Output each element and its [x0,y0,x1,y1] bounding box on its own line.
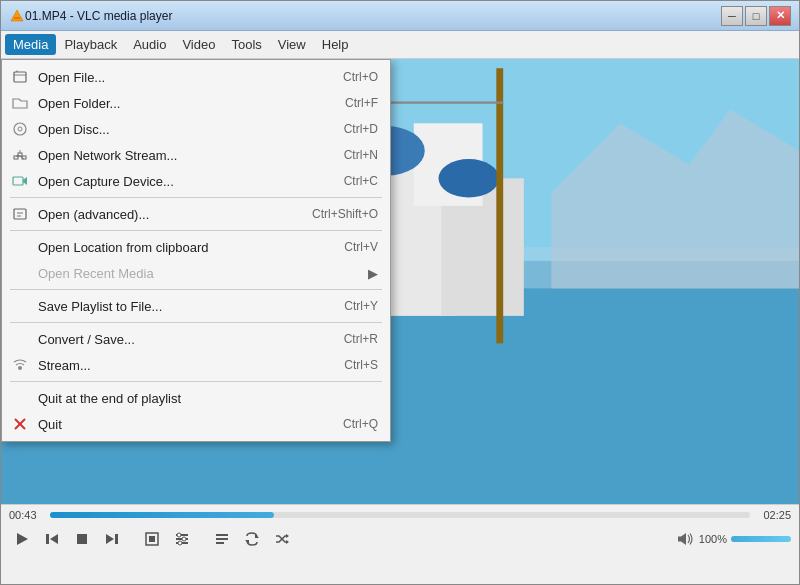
play-button[interactable] [9,527,35,551]
open-recent-icon [10,265,30,281]
svg-point-30 [18,366,22,370]
window-title: 01.MP4 - VLC media player [25,9,721,23]
quit-icon [10,416,30,432]
open-recent-arrow: ▶ [368,266,378,281]
random-button[interactable] [269,527,295,551]
save-playlist-icon [10,298,30,314]
save-playlist-shortcut: Ctrl+Y [344,299,378,313]
buttons-row: 100% [9,527,791,551]
open-disc-shortcut: Ctrl+D [344,122,378,136]
video-area: Open File... Ctrl+O Open Folder... Ctrl+… [1,59,799,504]
menu-audio[interactable]: Audio [125,34,174,55]
stream-label: Stream... [38,358,344,373]
menu-help[interactable]: Help [314,34,357,55]
svg-marker-52 [286,534,289,538]
menu-video[interactable]: Video [174,34,223,55]
open-folder-shortcut: Ctrl+F [345,96,378,110]
open-file-shortcut: Ctrl+O [343,70,378,84]
svg-rect-1 [14,17,20,19]
close-button[interactable]: ✕ [769,6,791,26]
volume-bar[interactable] [731,536,791,542]
separator-2 [10,230,382,231]
separator-1 [10,197,382,198]
menu-tools[interactable]: Tools [223,34,269,55]
loop-button[interactable] [239,527,265,551]
separator-3 [10,289,382,290]
svg-rect-48 [216,538,228,540]
menu-media[interactable]: Media [5,34,56,55]
progress-row: 00:43 02:25 [9,509,791,521]
separator-4 [10,322,382,323]
open-capture-icon [10,173,30,189]
svg-rect-35 [46,534,49,544]
progress-fill [50,512,274,518]
svg-point-45 [182,537,186,541]
menu-save-playlist[interactable]: Save Playlist to File... Ctrl+Y [2,293,390,319]
quit-end-icon [10,390,30,406]
svg-rect-22 [14,156,18,159]
main-area: Open File... Ctrl+O Open Folder... Ctrl+… [1,59,799,504]
open-capture-shortcut: Ctrl+C [344,174,378,188]
playlist-button[interactable] [209,527,235,551]
dropdown-menu: Open File... Ctrl+O Open Folder... Ctrl+… [1,59,391,442]
extended-settings-button[interactable] [169,527,195,551]
vlc-icon [9,8,25,24]
open-network-label: Open Network Stream... [38,148,344,163]
menu-open-location[interactable]: Open Location from clipboard Ctrl+V [2,234,390,260]
quit-shortcut: Ctrl+Q [343,417,378,431]
quit-label: Quit [38,417,343,432]
open-advanced-label: Open (advanced)... [38,207,312,222]
stream-icon [10,357,30,373]
open-disc-icon [10,121,30,137]
open-folder-icon [10,95,30,111]
svg-rect-19 [14,72,26,82]
menu-convert-save[interactable]: Convert / Save... Ctrl+R [2,326,390,352]
menu-quit[interactable]: Quit Ctrl+Q [2,411,390,437]
stop-button[interactable] [69,527,95,551]
menu-open-folder[interactable]: Open Folder... Ctrl+F [2,90,390,116]
main-window: 01.MP4 - VLC media player ─ □ ✕ Media Pl… [0,0,800,585]
fullscreen-button[interactable] [139,527,165,551]
menu-stream[interactable]: Stream... Ctrl+S [2,352,390,378]
open-recent-label: Open Recent Media [38,266,368,281]
next-button[interactable] [99,527,125,551]
volume-icon [677,532,695,546]
progress-bar[interactable] [50,512,750,518]
svg-point-10 [439,159,500,198]
menu-open-advanced[interactable]: Open (advanced)... Ctrl+Shift+O [2,201,390,227]
menubar: Media Playback Audio Video Tools View He… [1,31,799,59]
svg-rect-38 [115,534,118,544]
svg-rect-49 [216,542,224,544]
open-network-shortcut: Ctrl+N [344,148,378,162]
quit-end-label: Quit at the end of playlist [38,391,378,406]
open-location-shortcut: Ctrl+V [344,240,378,254]
open-location-label: Open Location from clipboard [38,240,344,255]
menu-view[interactable]: View [270,34,314,55]
menu-open-file[interactable]: Open File... Ctrl+O [2,64,390,90]
svg-rect-40 [149,536,155,542]
svg-rect-23 [18,153,22,156]
svg-rect-36 [77,534,87,544]
svg-rect-29 [14,209,26,219]
open-disc-label: Open Disc... [38,122,344,137]
menu-playback[interactable]: Playback [56,34,125,55]
menu-open-network[interactable]: Open Network Stream... Ctrl+N [2,142,390,168]
open-folder-label: Open Folder... [38,96,345,111]
time-total: 02:25 [756,509,791,521]
controls-area: 00:43 02:25 [1,504,799,584]
open-network-icon [10,147,30,163]
menu-quit-end[interactable]: Quit at the end of playlist [2,385,390,411]
prev-button[interactable] [39,527,65,551]
svg-rect-47 [216,534,228,536]
open-capture-label: Open Capture Device... [38,174,344,189]
save-playlist-label: Save Playlist to File... [38,299,344,314]
menu-open-capture[interactable]: Open Capture Device... Ctrl+C [2,168,390,194]
svg-point-20 [14,123,26,135]
maximize-button[interactable]: □ [745,6,767,26]
convert-save-icon [10,331,30,347]
open-advanced-icon [10,206,30,222]
stream-shortcut: Ctrl+S [344,358,378,372]
menu-open-disc[interactable]: Open Disc... Ctrl+D [2,116,390,142]
minimize-button[interactable]: ─ [721,6,743,26]
svg-point-44 [177,533,181,537]
